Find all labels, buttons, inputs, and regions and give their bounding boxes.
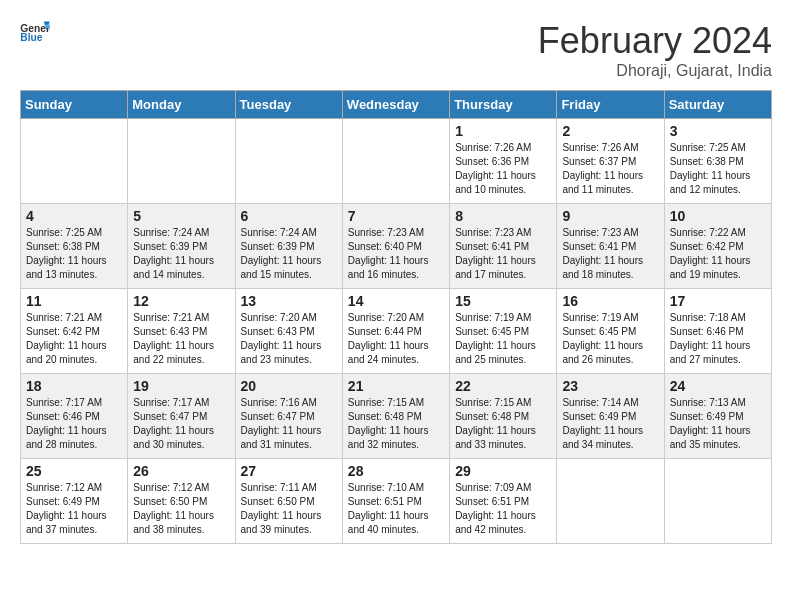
calendar-cell: 13Sunrise: 7:20 AM Sunset: 6:43 PM Dayli… <box>235 289 342 374</box>
calendar-cell: 7Sunrise: 7:23 AM Sunset: 6:40 PM Daylig… <box>342 204 449 289</box>
calendar-cell: 9Sunrise: 7:23 AM Sunset: 6:41 PM Daylig… <box>557 204 664 289</box>
calendar-cell: 18Sunrise: 7:17 AM Sunset: 6:46 PM Dayli… <box>21 374 128 459</box>
calendar-week-row: 4Sunrise: 7:25 AM Sunset: 6:38 PM Daylig… <box>21 204 772 289</box>
day-info: Sunrise: 7:13 AM Sunset: 6:49 PM Dayligh… <box>670 396 766 452</box>
day-info: Sunrise: 7:21 AM Sunset: 6:42 PM Dayligh… <box>26 311 122 367</box>
day-number: 8 <box>455 208 551 224</box>
calendar-cell <box>21 119 128 204</box>
day-number: 16 <box>562 293 658 309</box>
calendar-cell <box>557 459 664 544</box>
day-info: Sunrise: 7:19 AM Sunset: 6:45 PM Dayligh… <box>562 311 658 367</box>
calendar-cell: 10Sunrise: 7:22 AM Sunset: 6:42 PM Dayli… <box>664 204 771 289</box>
title-area: February 2024 Dhoraji, Gujarat, India <box>538 20 772 80</box>
day-number: 17 <box>670 293 766 309</box>
day-number: 19 <box>133 378 229 394</box>
day-number: 3 <box>670 123 766 139</box>
calendar-week-row: 1Sunrise: 7:26 AM Sunset: 6:36 PM Daylig… <box>21 119 772 204</box>
day-number: 5 <box>133 208 229 224</box>
calendar-cell: 23Sunrise: 7:14 AM Sunset: 6:49 PM Dayli… <box>557 374 664 459</box>
calendar-body: 1Sunrise: 7:26 AM Sunset: 6:36 PM Daylig… <box>21 119 772 544</box>
day-info: Sunrise: 7:10 AM Sunset: 6:51 PM Dayligh… <box>348 481 444 537</box>
day-number: 14 <box>348 293 444 309</box>
day-info: Sunrise: 7:09 AM Sunset: 6:51 PM Dayligh… <box>455 481 551 537</box>
day-info: Sunrise: 7:23 AM Sunset: 6:41 PM Dayligh… <box>455 226 551 282</box>
calendar-header: SundayMondayTuesdayWednesdayThursdayFrid… <box>21 91 772 119</box>
calendar-week-row: 11Sunrise: 7:21 AM Sunset: 6:42 PM Dayli… <box>21 289 772 374</box>
day-info: Sunrise: 7:11 AM Sunset: 6:50 PM Dayligh… <box>241 481 337 537</box>
calendar-cell: 17Sunrise: 7:18 AM Sunset: 6:46 PM Dayli… <box>664 289 771 374</box>
day-number: 22 <box>455 378 551 394</box>
logo: General Blue <box>20 20 50 42</box>
calendar-cell: 19Sunrise: 7:17 AM Sunset: 6:47 PM Dayli… <box>128 374 235 459</box>
weekday-header: Saturday <box>664 91 771 119</box>
calendar-cell: 16Sunrise: 7:19 AM Sunset: 6:45 PM Dayli… <box>557 289 664 374</box>
calendar-cell: 1Sunrise: 7:26 AM Sunset: 6:36 PM Daylig… <box>450 119 557 204</box>
day-info: Sunrise: 7:25 AM Sunset: 6:38 PM Dayligh… <box>670 141 766 197</box>
day-number: 24 <box>670 378 766 394</box>
day-number: 6 <box>241 208 337 224</box>
day-number: 25 <box>26 463 122 479</box>
day-number: 26 <box>133 463 229 479</box>
calendar-cell: 29Sunrise: 7:09 AM Sunset: 6:51 PM Dayli… <box>450 459 557 544</box>
calendar-cell: 14Sunrise: 7:20 AM Sunset: 6:44 PM Dayli… <box>342 289 449 374</box>
day-number: 21 <box>348 378 444 394</box>
calendar-cell: 26Sunrise: 7:12 AM Sunset: 6:50 PM Dayli… <box>128 459 235 544</box>
calendar-cell: 27Sunrise: 7:11 AM Sunset: 6:50 PM Dayli… <box>235 459 342 544</box>
day-number: 27 <box>241 463 337 479</box>
day-number: 2 <box>562 123 658 139</box>
calendar-cell: 12Sunrise: 7:21 AM Sunset: 6:43 PM Dayli… <box>128 289 235 374</box>
day-info: Sunrise: 7:20 AM Sunset: 6:44 PM Dayligh… <box>348 311 444 367</box>
calendar-cell: 4Sunrise: 7:25 AM Sunset: 6:38 PM Daylig… <box>21 204 128 289</box>
day-info: Sunrise: 7:24 AM Sunset: 6:39 PM Dayligh… <box>241 226 337 282</box>
calendar-cell: 2Sunrise: 7:26 AM Sunset: 6:37 PM Daylig… <box>557 119 664 204</box>
calendar-week-row: 25Sunrise: 7:12 AM Sunset: 6:49 PM Dayli… <box>21 459 772 544</box>
day-info: Sunrise: 7:17 AM Sunset: 6:46 PM Dayligh… <box>26 396 122 452</box>
day-info: Sunrise: 7:22 AM Sunset: 6:42 PM Dayligh… <box>670 226 766 282</box>
calendar-cell: 3Sunrise: 7:25 AM Sunset: 6:38 PM Daylig… <box>664 119 771 204</box>
day-info: Sunrise: 7:25 AM Sunset: 6:38 PM Dayligh… <box>26 226 122 282</box>
page-subtitle: Dhoraji, Gujarat, India <box>538 62 772 80</box>
header: General Blue February 2024 Dhoraji, Guja… <box>20 20 772 80</box>
day-number: 18 <box>26 378 122 394</box>
calendar-cell <box>664 459 771 544</box>
calendar-cell: 6Sunrise: 7:24 AM Sunset: 6:39 PM Daylig… <box>235 204 342 289</box>
weekday-header: Thursday <box>450 91 557 119</box>
day-number: 15 <box>455 293 551 309</box>
day-number: 28 <box>348 463 444 479</box>
day-number: 20 <box>241 378 337 394</box>
day-info: Sunrise: 7:18 AM Sunset: 6:46 PM Dayligh… <box>670 311 766 367</box>
day-number: 10 <box>670 208 766 224</box>
calendar-cell: 5Sunrise: 7:24 AM Sunset: 6:39 PM Daylig… <box>128 204 235 289</box>
calendar-cell: 25Sunrise: 7:12 AM Sunset: 6:49 PM Dayli… <box>21 459 128 544</box>
weekday-header: Sunday <box>21 91 128 119</box>
calendar-cell: 20Sunrise: 7:16 AM Sunset: 6:47 PM Dayli… <box>235 374 342 459</box>
weekday-header: Friday <box>557 91 664 119</box>
day-number: 9 <box>562 208 658 224</box>
day-info: Sunrise: 7:12 AM Sunset: 6:49 PM Dayligh… <box>26 481 122 537</box>
day-number: 11 <box>26 293 122 309</box>
calendar-cell: 8Sunrise: 7:23 AM Sunset: 6:41 PM Daylig… <box>450 204 557 289</box>
svg-text:Blue: Blue <box>20 32 43 42</box>
day-number: 13 <box>241 293 337 309</box>
calendar-cell <box>342 119 449 204</box>
day-info: Sunrise: 7:26 AM Sunset: 6:36 PM Dayligh… <box>455 141 551 197</box>
calendar-cell: 28Sunrise: 7:10 AM Sunset: 6:51 PM Dayli… <box>342 459 449 544</box>
day-number: 23 <box>562 378 658 394</box>
day-info: Sunrise: 7:20 AM Sunset: 6:43 PM Dayligh… <box>241 311 337 367</box>
day-info: Sunrise: 7:21 AM Sunset: 6:43 PM Dayligh… <box>133 311 229 367</box>
logo-icon: General Blue <box>20 20 50 42</box>
day-info: Sunrise: 7:15 AM Sunset: 6:48 PM Dayligh… <box>455 396 551 452</box>
day-number: 29 <box>455 463 551 479</box>
weekday-header: Wednesday <box>342 91 449 119</box>
calendar-cell: 22Sunrise: 7:15 AM Sunset: 6:48 PM Dayli… <box>450 374 557 459</box>
day-info: Sunrise: 7:23 AM Sunset: 6:40 PM Dayligh… <box>348 226 444 282</box>
day-info: Sunrise: 7:12 AM Sunset: 6:50 PM Dayligh… <box>133 481 229 537</box>
calendar-table: SundayMondayTuesdayWednesdayThursdayFrid… <box>20 90 772 544</box>
day-info: Sunrise: 7:19 AM Sunset: 6:45 PM Dayligh… <box>455 311 551 367</box>
day-number: 12 <box>133 293 229 309</box>
day-info: Sunrise: 7:23 AM Sunset: 6:41 PM Dayligh… <box>562 226 658 282</box>
day-number: 4 <box>26 208 122 224</box>
calendar-cell: 11Sunrise: 7:21 AM Sunset: 6:42 PM Dayli… <box>21 289 128 374</box>
calendar-cell: 24Sunrise: 7:13 AM Sunset: 6:49 PM Dayli… <box>664 374 771 459</box>
day-info: Sunrise: 7:26 AM Sunset: 6:37 PM Dayligh… <box>562 141 658 197</box>
